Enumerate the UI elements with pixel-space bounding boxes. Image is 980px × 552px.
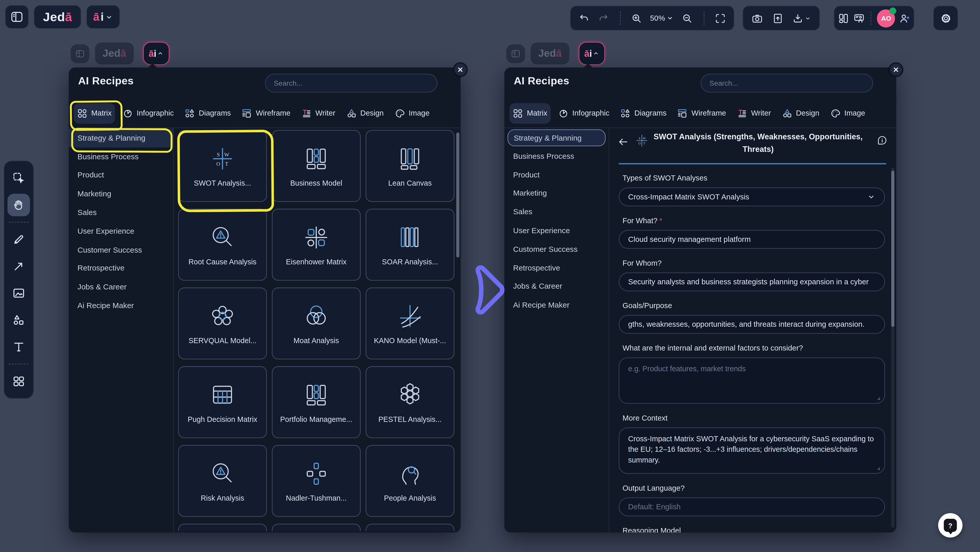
- tool-text-tool[interactable]: [7, 336, 30, 358]
- frame-jeda-logo[interactable]: Jedā: [95, 43, 134, 64]
- gear-button[interactable]: [940, 12, 951, 24]
- fullscreen-button[interactable]: [714, 12, 726, 24]
- field-factors-textarea[interactable]: e.g. Product features, market trends: [619, 358, 885, 404]
- purple-arrow-annotation[interactable]: [464, 262, 506, 316]
- tool-select[interactable]: [7, 167, 30, 189]
- tool-arrow-draw[interactable]: [7, 255, 30, 277]
- tab-writer[interactable]: Writer: [733, 103, 774, 124]
- recipe-card-business-model[interactable]: Business Model: [272, 130, 361, 202]
- sidebar-item-sales[interactable]: Sales: [69, 203, 173, 222]
- recipe-card-lean-canvas[interactable]: Lean Canvas: [366, 130, 454, 202]
- field-for-what-input[interactable]: [619, 230, 885, 249]
- sidebar-item-strategy-planning[interactable]: Strategy & Planning: [508, 129, 606, 146]
- redo-button[interactable]: [598, 12, 609, 24]
- field-output-language-input[interactable]: [619, 498, 885, 516]
- tool-pen[interactable]: [7, 228, 30, 251]
- zoom-in-button[interactable]: [630, 12, 642, 24]
- resize-handle-icon[interactable]: [874, 394, 881, 400]
- tab-wireframe[interactable]: Wireframe: [674, 103, 729, 124]
- whiteboard-canvas[interactable]: Jedā āi 50%AO Jedā āi AI Recipes MatrixI…: [0, 0, 980, 552]
- tab-design[interactable]: Design: [778, 103, 822, 124]
- download-button[interactable]: [792, 12, 811, 24]
- resize-handle-icon[interactable]: [874, 464, 881, 471]
- recipe-card-servqual-model[interactable]: SERVQUAL Model...: [178, 287, 267, 359]
- camera-button[interactable]: [751, 12, 763, 24]
- sidebar-item-jobs-career[interactable]: Jobs & Career: [69, 278, 173, 296]
- frame-jeda-logo[interactable]: Jedā: [531, 43, 570, 64]
- help-button[interactable]: ?: [938, 513, 963, 538]
- field-more-context-textarea[interactable]: Cross-Impact Matrix SWOT Analysis for a …: [619, 428, 885, 474]
- sidebar-item-business-process[interactable]: Business Process: [69, 147, 173, 166]
- recipe-card-risk-analysis[interactable]: Risk Analysis: [178, 445, 267, 517]
- sidebar-item-ai-recipe-maker[interactable]: Ai Recipe Maker: [69, 296, 173, 315]
- undo-button[interactable]: [578, 12, 590, 24]
- recipe-card-pugh-decision-matrix[interactable]: Pugh Decision Matrix: [178, 366, 267, 438]
- tool-apps-grid[interactable]: [7, 370, 30, 393]
- scrollbar[interactable]: [891, 170, 894, 327]
- recipe-card-partial[interactable]: [366, 523, 454, 531]
- tab-image[interactable]: Image: [391, 103, 433, 124]
- file-upload-button[interactable]: [772, 12, 783, 24]
- tab-diagrams[interactable]: Diagrams: [617, 103, 670, 124]
- recipe-card-partial[interactable]: [178, 523, 267, 531]
- recipe-card-eisenhower-matrix[interactable]: Eisenhower Matrix: [272, 208, 361, 280]
- frame-ai-button-active[interactable]: āi: [143, 42, 170, 65]
- ai-menu-button[interactable]: āi: [86, 5, 120, 29]
- zoom-level-dropdown[interactable]: 50%: [650, 14, 674, 22]
- search-input[interactable]: [700, 74, 873, 92]
- tab-writer[interactable]: Writer: [298, 103, 338, 124]
- sidebar-item-marketing[interactable]: Marketing: [69, 185, 173, 203]
- recipe-card-swot-analysis[interactable]: SWOTSWOT Analysis...: [178, 130, 267, 202]
- info-icon[interactable]: [877, 135, 888, 146]
- sidebar-item-customer-success[interactable]: Customer Success: [69, 240, 173, 259]
- user-avatar[interactable]: AO: [877, 9, 895, 27]
- recipe-card-kano-model-must[interactable]: KANO Model (Must-...: [366, 287, 454, 359]
- field-for-whom-input[interactable]: [619, 272, 885, 291]
- tab-image[interactable]: Image: [827, 103, 868, 124]
- recipe-card-root-cause-analysis[interactable]: Root Cause Analysis: [178, 208, 267, 280]
- close-button[interactable]: [890, 64, 902, 75]
- tool-hand[interactable]: [7, 194, 30, 216]
- sidebar-item-user-experience[interactable]: User Experience: [69, 222, 173, 240]
- sidebar-item-user-experience[interactable]: User Experience: [504, 221, 609, 240]
- back-icon[interactable]: [617, 136, 629, 148]
- sidebar-toggle-button[interactable]: [5, 5, 29, 29]
- jeda-logo-button[interactable]: Jedā: [34, 5, 81, 29]
- recipe-card-soar-analysis[interactable]: SOAR Analysis...: [366, 208, 454, 280]
- sidebar-item-sales[interactable]: Sales: [504, 203, 609, 221]
- recipe-card-portfolio-manageme[interactable]: Portfolio Manageme...: [272, 366, 361, 438]
- scrollbar[interactable]: [456, 132, 459, 258]
- frame-toggle-button[interactable]: [70, 45, 89, 63]
- search-input[interactable]: [265, 74, 438, 92]
- close-button[interactable]: [454, 64, 466, 75]
- recipe-card-moat-analysis[interactable]: Moat Analysis: [272, 287, 361, 359]
- recipe-card-pestel-analysis[interactable]: PESTEL Analysis...: [366, 366, 454, 438]
- tab-infographic[interactable]: Infographic: [555, 103, 612, 124]
- sidebar-item-product[interactable]: Product: [504, 165, 609, 184]
- sidebar-item-business-process[interactable]: Business Process: [504, 147, 609, 165]
- sidebar-item-retrospective[interactable]: Retrospective: [504, 258, 609, 277]
- sidebar-item-jobs-career[interactable]: Jobs & Career: [504, 277, 609, 296]
- presenter-button[interactable]: [853, 12, 865, 24]
- sidebar-item-marketing[interactable]: Marketing: [504, 184, 609, 203]
- person-add-button[interactable]: [899, 12, 910, 24]
- sidebar-item-ai-recipe-maker[interactable]: Ai Recipe Maker: [504, 296, 609, 315]
- field-swot-type-select[interactable]: Cross-Impact Matrix SWOT Analysis: [619, 188, 885, 206]
- tab-infographic[interactable]: Infographic: [119, 103, 177, 124]
- sidebar-item-customer-success[interactable]: Customer Success: [504, 240, 609, 259]
- field-goals-purpose-input[interactable]: [619, 315, 885, 334]
- zoom-out-button[interactable]: [681, 12, 693, 24]
- recipe-card-nadler-tushman[interactable]: Nadler-Tushman...: [272, 445, 361, 517]
- sidebar-item-product[interactable]: Product: [69, 166, 173, 185]
- board-layout-button[interactable]: [838, 12, 850, 24]
- tab-matrix[interactable]: Matrix: [74, 103, 115, 124]
- recipe-card-people-analysis[interactable]: People Analysis: [366, 445, 454, 517]
- sidebar-item-strategy-planning[interactable]: Strategy & Planning: [69, 129, 173, 148]
- tab-matrix[interactable]: Matrix: [509, 103, 550, 124]
- tool-shapes[interactable]: [7, 309, 30, 331]
- tab-design[interactable]: Design: [343, 103, 387, 124]
- tool-image-frame[interactable]: [7, 282, 30, 304]
- recipe-card-partial[interactable]: [272, 523, 361, 531]
- frame-toggle-button[interactable]: [506, 45, 525, 63]
- tab-wireframe[interactable]: Wireframe: [238, 103, 294, 124]
